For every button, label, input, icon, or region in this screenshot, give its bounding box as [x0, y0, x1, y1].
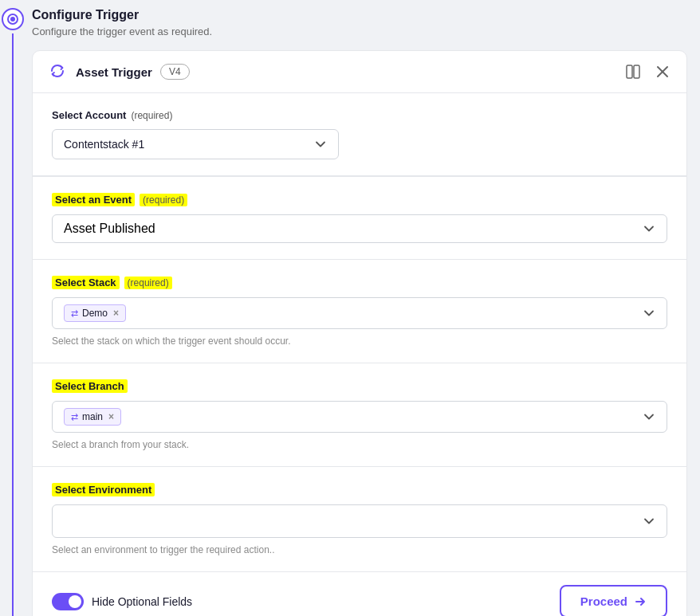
account-select[interactable]: Contentstack #1: [52, 129, 339, 159]
branch-chevron-icon: [643, 410, 655, 423]
stack-helper: Select the stack on which the trigger ev…: [52, 335, 667, 347]
branch-select[interactable]: ⇄ main ×: [52, 401, 667, 433]
optional-fields-toggle[interactable]: [52, 593, 84, 610]
svg-rect-2: [627, 65, 632, 78]
card-footer: Hide Optional Fields Proceed: [33, 571, 686, 616]
account-value: Contentstack #1: [64, 138, 144, 151]
svg-rect-3: [634, 65, 639, 78]
environment-chevron-icon: [643, 515, 655, 528]
branch-tag-close[interactable]: ×: [108, 411, 114, 422]
left-rail: [0, 0, 26, 616]
toggle-row: Hide Optional Fields: [52, 593, 192, 610]
main-content: Configure Trigger Configure the trigger …: [26, 0, 700, 616]
proceed-arrow-icon: [634, 595, 647, 608]
account-required: (required): [131, 110, 172, 121]
stack-select[interactable]: ⇄ Demo ×: [52, 297, 667, 329]
account-label: Select Account (required): [52, 109, 667, 121]
branch-label-text: Select Branch: [52, 379, 128, 393]
proceed-label: Proceed: [580, 594, 627, 608]
environment-select[interactable]: [52, 504, 667, 538]
environment-label: Select Environment: [52, 483, 667, 496]
event-section: Select an Event (required) Asset Publish…: [33, 177, 686, 260]
branch-label: Select Branch: [52, 379, 667, 393]
branch-helper: Select a branch from your stack.: [52, 439, 667, 450]
toggle-label: Hide Optional Fields: [92, 595, 192, 608]
stack-tag-close[interactable]: ×: [113, 308, 119, 319]
asset-trigger-icon: [49, 62, 68, 81]
event-required: (required): [140, 194, 187, 206]
toggle-knob: [69, 595, 81, 608]
close-button[interactable]: [655, 64, 671, 80]
rail-step-icon: [2, 8, 24, 30]
page-subtitle: Configure the trigger event as required.: [32, 26, 687, 37]
version-badge: V4: [160, 64, 190, 80]
card-header-left: Asset Trigger V4: [49, 62, 190, 81]
stack-label-text: Select Stack: [52, 276, 120, 289]
card-header-right: [624, 63, 671, 80]
stack-label: Select Stack (required): [52, 276, 667, 289]
account-chevron-icon: [314, 138, 327, 151]
card-body: Select Account (required) Contentstack #…: [33, 93, 686, 571]
event-label: Select an Event (required): [52, 193, 667, 206]
event-select[interactable]: Asset Published: [52, 214, 667, 243]
proceed-button[interactable]: Proceed: [560, 585, 667, 616]
stack-chevron-icon: [643, 307, 655, 320]
svg-point-1: [10, 17, 15, 22]
columns-button[interactable]: [624, 63, 642, 80]
event-value: Asset Published: [64, 222, 155, 236]
branch-tag-icon: ⇄: [71, 412, 78, 422]
branch-tag-label: main: [82, 411, 103, 422]
page-title: Configure Trigger: [32, 8, 687, 22]
card-header: Asset Trigger V4: [33, 51, 686, 93]
stack-tag-label: Demo: [82, 308, 108, 319]
stack-required: (required): [124, 277, 172, 289]
rail-line: [12, 33, 14, 616]
stack-tags: ⇄ Demo ×: [64, 304, 643, 322]
event-label-text: Select an Event: [52, 193, 135, 206]
branch-tag-main: ⇄ main ×: [64, 408, 121, 426]
branch-tags: ⇄ main ×: [64, 408, 643, 426]
stack-section: Select Stack (required) ⇄ Demo ×: [33, 260, 686, 363]
environment-section: Select Environment Select an environment…: [33, 467, 686, 571]
trigger-card: Asset Trigger V4: [32, 50, 687, 616]
card-title: Asset Trigger: [76, 65, 152, 79]
stack-tag-icon: ⇄: [71, 308, 78, 319]
environment-label-text: Select Environment: [52, 483, 155, 496]
branch-section: Select Branch ⇄ main ×: [33, 363, 686, 467]
event-chevron-icon: [643, 222, 655, 235]
environment-helper: Select an environment to trigger the req…: [52, 544, 667, 555]
page-container: Configure Trigger Configure the trigger …: [0, 0, 700, 616]
stack-tag-demo: ⇄ Demo ×: [64, 304, 126, 322]
account-section: Select Account (required) Contentstack #…: [33, 93, 686, 176]
